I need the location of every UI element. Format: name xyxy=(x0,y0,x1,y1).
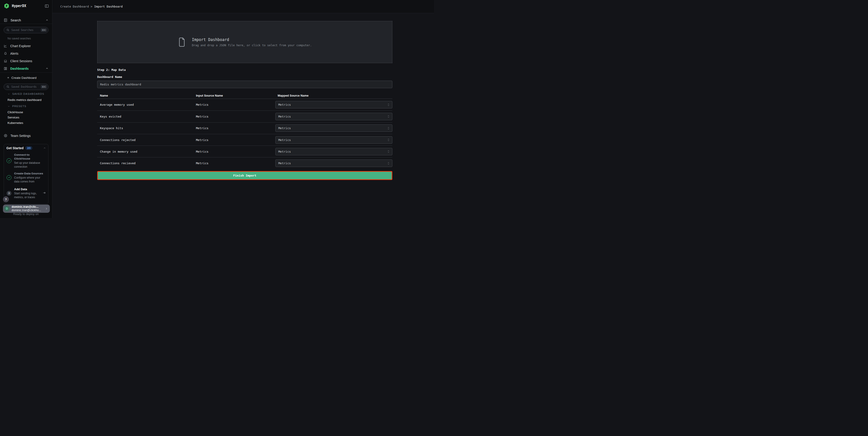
get-started-item-sources[interactable]: Create Data Sources Configure where your… xyxy=(6,172,46,183)
table-row: Average memory used Metrics Metrics xyxy=(97,99,392,111)
selector-chevrons-icon xyxy=(387,162,390,165)
chevron-up-icon xyxy=(45,19,49,22)
task-title: Create Data Sources xyxy=(14,172,45,175)
collapse-sidebar-icon[interactable] xyxy=(44,4,49,8)
sidebar-item-label: Team Settings xyxy=(10,134,49,138)
chart-name-cell: Connections recieved xyxy=(97,162,196,165)
selected-source-value: Metrics xyxy=(278,126,387,130)
saved-dashboards-input[interactable]: Saved Dashboards ⌘K xyxy=(4,84,49,90)
table-body: Average memory used Metrics Metrics Keys… xyxy=(97,99,392,169)
search-section-label: Search xyxy=(10,19,45,22)
mapped-source-select[interactable]: Metrics xyxy=(275,159,392,167)
sidebar-item-dashboards[interactable]: Dashboards xyxy=(0,65,52,72)
table-row: Connections recieved Metrics Metrics xyxy=(97,157,392,169)
json-file-dropzone[interactable]: Import Dashboard Drag and drop a JSON fi… xyxy=(97,21,392,63)
sidebar-item-chart-explorer[interactable]: Chart Explorer xyxy=(0,42,52,50)
get-started-item-connect[interactable]: Connect to ClickHouse Set up your databa… xyxy=(6,153,46,169)
main-area: Create Dashboard > Import Dashboard Impo… xyxy=(52,0,434,218)
plus-icon xyxy=(7,76,9,79)
saved-searches-input[interactable]: Saved Searches ⌘K xyxy=(4,27,49,33)
breadcrumb-separator: > xyxy=(91,5,94,8)
dashboard-layout-icon xyxy=(4,67,7,70)
section-header-label: SAVED DASHBOARDS xyxy=(12,92,44,95)
hyperdx-logo-icon xyxy=(4,3,9,9)
column-header-mapped-source: Mapped Source Name xyxy=(275,94,392,97)
user-email: dominic.tran@clickho... xyxy=(11,209,45,212)
input-source-cell: Metrics xyxy=(196,138,275,142)
sidebar-item-alerts[interactable]: Alerts xyxy=(0,50,52,57)
table-header-row: Name Input Source Name Mapped Source Nam… xyxy=(97,92,392,99)
bell-icon xyxy=(4,52,7,55)
mapped-source-select[interactable]: Metrics xyxy=(275,136,392,144)
sidebar-header: HyperDX xyxy=(0,0,52,12)
get-started-header[interactable]: Get Started 2/3 xyxy=(6,146,46,150)
selector-chevrons-icon xyxy=(387,103,390,106)
selected-source-value: Metrics xyxy=(278,162,387,165)
file-icon xyxy=(178,37,186,48)
get-started-card: Get Started 2/3 Connect to ClickHouse Se… xyxy=(4,144,49,204)
user-name: dominic.tran@clic... xyxy=(11,205,45,209)
mapped-source-select[interactable]: Metrics xyxy=(275,101,392,109)
chart-line-icon xyxy=(4,44,7,48)
sidebar-item-client-sessions[interactable]: Client Sessions xyxy=(0,57,52,65)
breadcrumb-parent[interactable]: Create Dashboard xyxy=(60,5,89,8)
input-source-cell: Metrics xyxy=(196,150,275,153)
saved-searches-placeholder: Saved Searches xyxy=(11,28,41,32)
breadcrumb-current: Import Dashboard xyxy=(94,5,123,8)
table-row: Connections rejected Metrics Metrics xyxy=(97,134,392,146)
input-source-cell: Metrics xyxy=(196,103,275,106)
column-header-name: Name xyxy=(97,94,196,97)
help-button[interactable]: ? xyxy=(3,196,9,202)
arrow-right-icon xyxy=(42,191,46,196)
preset-item-clickhouse[interactable]: ClickHouse xyxy=(7,111,23,114)
sidebar-item-team-settings[interactable]: Team Settings xyxy=(0,132,52,139)
chevron-down-icon xyxy=(7,93,10,95)
sidebar-item-label: Chart Explorer xyxy=(10,44,49,48)
sidebar-item-label: Client Sessions xyxy=(10,59,49,63)
preset-item-kubernetes[interactable]: Kubernetes xyxy=(7,121,23,125)
avatar: D xyxy=(4,206,10,212)
selected-source-value: Metrics xyxy=(278,115,387,118)
breadcrumb: Create Dashboard > Import Dashboard xyxy=(60,5,123,8)
saved-dashboard-item[interactable]: Redis metrics dashboard xyxy=(7,98,41,101)
task-description: Set up your database connection xyxy=(14,161,45,169)
saved-dashboards-section-header[interactable]: SAVED DASHBOARDS xyxy=(7,92,44,95)
dashboard-name-input[interactable] xyxy=(97,81,392,88)
get-started-progress-badge: 2/3 xyxy=(25,146,32,150)
task-title: Connect to ClickHouse xyxy=(14,153,45,161)
chart-name-cell: Keys evicted xyxy=(97,115,196,118)
search-icon xyxy=(6,28,9,32)
get-started-item-add-data[interactable]: 3 Add Data Start sending logs, metrics, … xyxy=(6,187,46,199)
search-section-header[interactable]: Search xyxy=(0,17,52,24)
mapped-source-select[interactable]: Metrics xyxy=(275,124,392,132)
step-heading: Step 2: Map Data xyxy=(97,68,392,71)
task-description: Configure where your data comes from xyxy=(14,176,45,183)
chevron-down-icon xyxy=(7,105,10,108)
search-icon xyxy=(6,85,9,88)
check-circle-icon xyxy=(7,175,11,180)
mapped-source-select[interactable]: Metrics xyxy=(275,113,392,120)
app-window: HyperDX Search Saved Searches ⌘K No save… xyxy=(0,0,434,218)
user-account-chip[interactable]: D dominic.tran@clic... dominic.tran@clic… xyxy=(3,205,50,213)
input-source-cell: Metrics xyxy=(196,126,275,130)
table-row: Keys evicted Metrics Metrics xyxy=(97,111,392,122)
check-circle-icon xyxy=(7,158,11,163)
selector-chevrons-icon xyxy=(387,115,390,118)
sidebar-item-label: Dashboards xyxy=(10,67,45,70)
gear-icon xyxy=(4,134,7,138)
selector-chevrons-icon xyxy=(387,138,390,142)
sidebar-item-label: Alerts xyxy=(10,52,49,55)
import-dashboard-panel: Import Dashboard Drag and drop a JSON fi… xyxy=(97,21,392,180)
selected-source-value: Metrics xyxy=(278,138,387,142)
promo-line-2: ClickHouse Cloud? xyxy=(13,216,50,218)
preset-item-services[interactable]: Services xyxy=(7,116,19,119)
shortcut-badge: ⌘K xyxy=(41,85,47,89)
selector-chevrons-icon xyxy=(387,150,390,153)
source-mapping-table: Name Input Source Name Mapped Source Nam… xyxy=(97,92,392,169)
presets-section-header[interactable]: PRESETS xyxy=(7,105,26,108)
mapped-source-select[interactable]: Metrics xyxy=(275,148,392,155)
finish-import-button[interactable]: Finish Import xyxy=(97,171,392,180)
brand-name: HyperDX xyxy=(12,4,44,8)
create-dashboard-button[interactable]: Create Dashboard xyxy=(0,75,52,80)
input-source-cell: Metrics xyxy=(196,115,275,118)
